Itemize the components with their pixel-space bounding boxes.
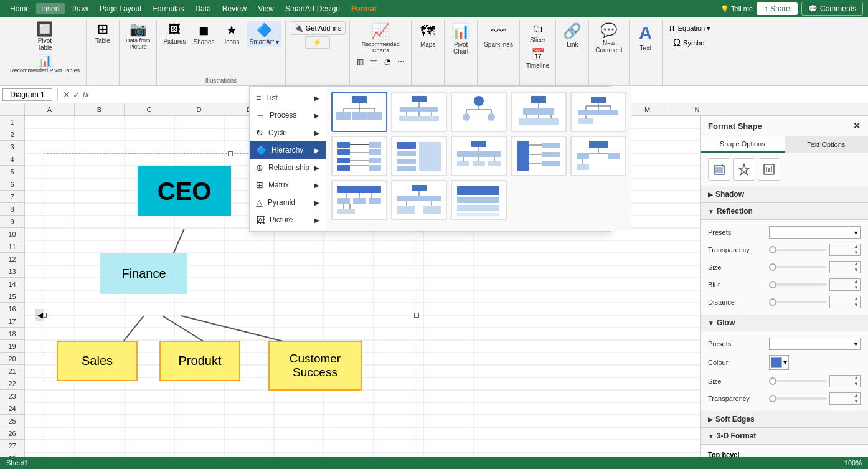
menu-insert[interactable]: Insert bbox=[36, 3, 65, 14]
status-sheet[interactable]: Sheet1 bbox=[6, 459, 28, 467]
row-4[interactable]: 4 bbox=[0, 153, 24, 166]
row-9[interactable]: 9 bbox=[0, 216, 24, 228]
menu-smartart-design[interactable]: SmartArt Design bbox=[280, 3, 345, 14]
glow-size-slider[interactable] bbox=[769, 380, 827, 382]
glow-transparency-spinbox[interactable]: ▲▼ bbox=[829, 392, 861, 405]
col-header-n[interactable]: N bbox=[672, 103, 722, 115]
menu-view[interactable]: View bbox=[253, 3, 279, 14]
thumb-org-5[interactable] bbox=[570, 92, 626, 132]
row-24[interactable]: 24 bbox=[0, 402, 24, 415]
formula-confirm[interactable]: ✓ bbox=[73, 90, 80, 100]
shapes-button[interactable]: ◼ Shapes bbox=[191, 21, 217, 47]
glow-presets-control[interactable]: ▾ bbox=[769, 338, 861, 350]
row-19[interactable]: 19 bbox=[0, 340, 24, 353]
glow-section-header[interactable]: ▼ Glow bbox=[701, 315, 868, 331]
distance-slider[interactable] bbox=[769, 301, 827, 303]
shadow-section-header[interactable]: ▶ Shadow bbox=[701, 186, 868, 203]
get-addins-button[interactable]: 🔌 Get Add-ins bbox=[290, 21, 346, 35]
size-icon-btn[interactable] bbox=[758, 158, 780, 181]
thumb-org-10[interactable] bbox=[570, 136, 626, 176]
row-5[interactable]: 5 bbox=[0, 166, 24, 178]
my-addins-button[interactable]: ⚡ bbox=[305, 36, 330, 49]
pyramid-menu-item[interactable]: △ Pyramid ▶ bbox=[250, 194, 326, 211]
customer-node[interactable]: CustomerSuccess bbox=[268, 341, 362, 391]
finance-node[interactable]: Finance bbox=[100, 253, 187, 294]
thumb-org-11[interactable] bbox=[331, 180, 387, 220]
row-8[interactable]: 8 bbox=[0, 203, 24, 216]
row-20[interactable]: 20 bbox=[0, 353, 24, 365]
row-18[interactable]: 18 bbox=[0, 328, 24, 340]
col-header-c[interactable]: C bbox=[125, 103, 174, 115]
row-7[interactable]: 7 bbox=[0, 191, 24, 203]
bar-chart-button[interactable]: ▥ bbox=[354, 56, 366, 67]
row-10[interactable]: 10 bbox=[0, 228, 24, 240]
link-button[interactable]: 🔗 Link bbox=[560, 21, 585, 49]
icons-button[interactable]: ★ Icons bbox=[219, 21, 244, 47]
row-17[interactable]: 17 bbox=[0, 315, 24, 328]
hierarchy-menu-item[interactable]: 🔷 Hierarchy ▶ bbox=[250, 141, 326, 159]
pictures-button[interactable]: 🖼 Pictures bbox=[161, 21, 188, 46]
picture-menu-item[interactable]: 🖼 Picture ▶ bbox=[250, 211, 326, 229]
reflection-size-slider[interactable] bbox=[769, 266, 827, 268]
thumb-org-13[interactable] bbox=[451, 180, 507, 220]
menu-format[interactable]: Format bbox=[346, 3, 382, 14]
thumb-org-1[interactable] bbox=[331, 92, 387, 132]
reflection-presets-control[interactable]: ▾ bbox=[769, 226, 861, 239]
sales-node[interactable]: Sales bbox=[57, 341, 138, 381]
handle-right[interactable] bbox=[414, 313, 419, 318]
matrix-menu-item[interactable]: ⊞ Matrix ▶ bbox=[250, 176, 326, 194]
col-header-d[interactable]: D bbox=[174, 103, 224, 115]
ceo-node[interactable]: CEO bbox=[138, 166, 231, 216]
transparency-spinbox[interactable]: ▲▼ bbox=[829, 244, 861, 256]
text-button[interactable]: A Text bbox=[633, 21, 658, 53]
row-3[interactable]: 3 bbox=[0, 141, 24, 153]
row-13[interactable]: 13 bbox=[0, 265, 24, 278]
handle-top[interactable] bbox=[228, 151, 233, 156]
pivot-chart-button[interactable]: 📊 PivotChart bbox=[448, 21, 473, 56]
symbol-button[interactable]: Ω Symbol bbox=[671, 36, 709, 50]
row-23[interactable]: 23 bbox=[0, 390, 24, 402]
panel-close-button[interactable]: ✕ bbox=[853, 121, 861, 131]
process-menu-item[interactable]: → Process ▶ bbox=[250, 107, 326, 124]
glow-colour-picker[interactable]: ▾ bbox=[769, 355, 789, 370]
effects-icon-btn[interactable] bbox=[733, 158, 755, 181]
col-header-a[interactable]: A bbox=[25, 103, 75, 115]
blur-spinbox[interactable]: ▲▼ bbox=[829, 278, 861, 291]
pivot-table-button[interactable]: 🔲 PivotTable bbox=[32, 21, 57, 52]
distance-spinbox[interactable]: ▲▼ bbox=[829, 296, 861, 308]
row-25[interactable]: 25 bbox=[0, 415, 24, 427]
glow-presets-dropdown[interactable]: ▾ bbox=[769, 338, 861, 350]
blur-slider[interactable] bbox=[769, 283, 827, 286]
row-27[interactable]: 27 bbox=[0, 440, 24, 452]
thumb-org-2[interactable] bbox=[391, 92, 447, 132]
reflection-section-header[interactable]: ▼ Reflection bbox=[701, 203, 868, 220]
thumb-org-6[interactable] bbox=[331, 136, 387, 176]
3d-format-header[interactable]: ▼ 3-D Format bbox=[701, 428, 868, 445]
thumb-org-9[interactable] bbox=[511, 136, 567, 176]
fill-icon-btn[interactable] bbox=[708, 158, 730, 181]
menu-list-item[interactable]: ≡ List ▶ bbox=[250, 89, 326, 107]
menu-review[interactable]: Review bbox=[217, 3, 252, 14]
thumb-org-7[interactable] bbox=[391, 136, 447, 176]
produkt-node[interactable]: Produkt bbox=[159, 341, 240, 381]
row-1[interactable]: 1 bbox=[0, 116, 24, 128]
glow-transparency-slider[interactable] bbox=[769, 397, 827, 400]
thumb-org-12[interactable] bbox=[391, 180, 447, 220]
line-chart-button[interactable]: 〰 bbox=[367, 56, 380, 67]
reflection-presets-dropdown[interactable]: ▾ bbox=[769, 226, 861, 239]
sparklines-button[interactable]: 〰 Sparklines bbox=[481, 21, 516, 49]
soft-edges-header[interactable]: ▶ Soft Edges bbox=[701, 411, 868, 428]
relationship-menu-item[interactable]: ⊕ Relationship ▶ bbox=[250, 159, 326, 176]
cycle-menu-item[interactable]: ↻ Cycle ▶ bbox=[250, 124, 326, 141]
expand-arrow[interactable]: ◀ bbox=[35, 309, 44, 321]
equation-button[interactable]: π Equation ▾ bbox=[666, 21, 714, 35]
row-14[interactable]: 14 bbox=[0, 278, 24, 290]
pie-chart-button[interactable]: ◔ bbox=[381, 56, 394, 67]
menu-home[interactable]: Home bbox=[5, 3, 35, 14]
formula-cancel[interactable]: ✕ bbox=[63, 90, 70, 100]
recommended-pivot-button[interactable]: 📊 Recommended Pivot Tables bbox=[7, 54, 82, 75]
thumb-org-4[interactable] bbox=[511, 92, 567, 132]
col-header-b[interactable]: B bbox=[75, 103, 125, 115]
glow-size-spinbox[interactable]: ▲▼ bbox=[829, 375, 861, 387]
table-button[interactable]: ⊞ Table bbox=[90, 21, 115, 45]
